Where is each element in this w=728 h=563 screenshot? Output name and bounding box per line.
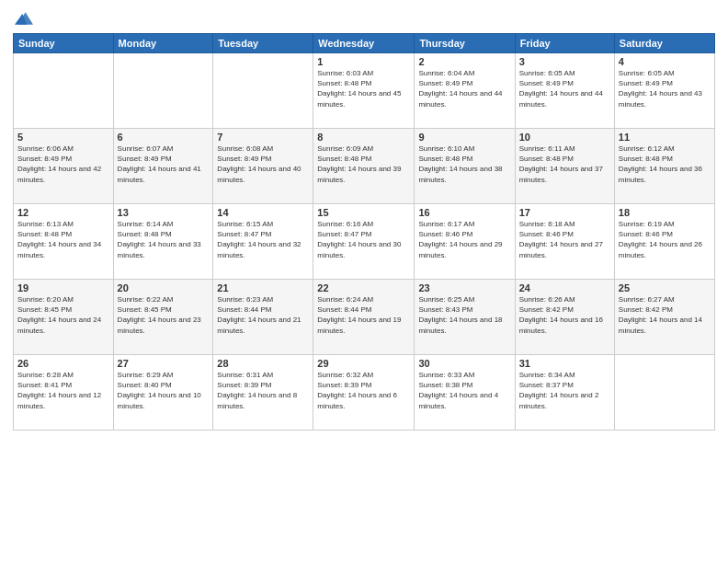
calendar-cell: 16Sunrise: 6:17 AMSunset: 8:46 PMDayligh… (415, 204, 515, 280)
day-number: 28 (217, 358, 309, 369)
calendar-cell: 7Sunrise: 6:08 AMSunset: 8:49 PMDaylight… (213, 129, 313, 204)
day-number: 18 (619, 207, 711, 218)
day-info: Sunrise: 6:25 AMSunset: 8:43 PMDaylight:… (418, 295, 502, 335)
calendar-cell: 17Sunrise: 6:18 AMSunset: 8:46 PMDayligh… (515, 204, 614, 280)
day-info: Sunrise: 6:29 AMSunset: 8:40 PMDaylight:… (118, 371, 201, 410)
calendar-cell: 24Sunrise: 6:26 AMSunset: 8:42 PMDayligh… (515, 280, 614, 355)
day-number: 14 (217, 207, 309, 218)
calendar-cell: 6Sunrise: 6:07 AMSunset: 8:49 PMDaylight… (113, 129, 213, 204)
day-info: Sunrise: 6:08 AMSunset: 8:49 PMDaylight:… (217, 144, 301, 184)
calendar-cell: 28Sunrise: 6:31 AMSunset: 8:39 PMDayligh… (213, 355, 313, 431)
day-number: 13 (118, 207, 210, 218)
day-info: Sunrise: 6:06 AMSunset: 8:49 PMDaylight:… (17, 144, 101, 184)
calendar-week-row: 19Sunrise: 6:20 AMSunset: 8:45 PMDayligh… (14, 280, 715, 355)
day-info: Sunrise: 6:03 AMSunset: 8:48 PMDaylight:… (317, 69, 401, 109)
day-info: Sunrise: 6:23 AMSunset: 8:44 PMDaylight:… (217, 295, 301, 335)
calendar-cell: 5Sunrise: 6:06 AMSunset: 8:49 PMDaylight… (14, 129, 114, 204)
day-info: Sunrise: 6:26 AMSunset: 8:42 PMDaylight:… (519, 295, 603, 335)
day-info: Sunrise: 6:32 AMSunset: 8:39 PMDaylight:… (317, 371, 397, 410)
day-info: Sunrise: 6:24 AMSunset: 8:44 PMDaylight:… (317, 295, 401, 335)
weekday-header: Friday (515, 34, 614, 53)
day-info: Sunrise: 6:11 AMSunset: 8:48 PMDaylight:… (519, 144, 603, 184)
calendar: SundayMondayTuesdayWednesdayThursdayFrid… (13, 33, 715, 431)
day-number: 30 (418, 358, 510, 369)
day-number: 9 (418, 132, 510, 143)
day-number: 12 (17, 207, 109, 218)
day-number: 1 (317, 56, 410, 67)
calendar-cell: 1Sunrise: 6:03 AMSunset: 8:48 PMDaylight… (313, 53, 415, 129)
day-info: Sunrise: 6:27 AMSunset: 8:42 PMDaylight:… (619, 295, 702, 335)
day-info: Sunrise: 6:22 AMSunset: 8:45 PMDaylight:… (118, 295, 201, 335)
day-info: Sunrise: 6:19 AMSunset: 8:46 PMDaylight:… (619, 220, 702, 259)
calendar-cell: 11Sunrise: 6:12 AMSunset: 8:48 PMDayligh… (614, 129, 714, 204)
calendar-cell: 4Sunrise: 6:05 AMSunset: 8:49 PMDaylight… (614, 53, 714, 129)
calendar-cell (14, 53, 114, 129)
calendar-cell: 26Sunrise: 6:28 AMSunset: 8:41 PMDayligh… (14, 355, 114, 431)
calendar-cell: 22Sunrise: 6:24 AMSunset: 8:44 PMDayligh… (313, 280, 415, 355)
calendar-cell: 31Sunrise: 6:34 AMSunset: 8:37 PMDayligh… (515, 355, 614, 431)
day-info: Sunrise: 6:33 AMSunset: 8:38 PMDaylight:… (418, 371, 498, 410)
calendar-cell: 25Sunrise: 6:27 AMSunset: 8:42 PMDayligh… (614, 280, 714, 355)
day-number: 2 (418, 56, 510, 67)
calendar-cell (614, 355, 714, 431)
calendar-week-row: 26Sunrise: 6:28 AMSunset: 8:41 PMDayligh… (14, 355, 715, 431)
day-info: Sunrise: 6:16 AMSunset: 8:47 PMDaylight:… (317, 220, 401, 259)
weekday-header: Wednesday (313, 34, 415, 53)
calendar-cell: 2Sunrise: 6:04 AMSunset: 8:49 PMDaylight… (415, 53, 515, 129)
page: SundayMondayTuesdayWednesdayThursdayFrid… (0, 0, 728, 563)
day-number: 6 (118, 132, 210, 143)
logo-icon (15, 9, 33, 28)
day-number: 26 (17, 358, 109, 369)
day-info: Sunrise: 6:07 AMSunset: 8:49 PMDaylight:… (118, 144, 201, 184)
day-number: 25 (619, 282, 711, 293)
calendar-cell: 12Sunrise: 6:13 AMSunset: 8:48 PMDayligh… (14, 204, 114, 280)
day-info: Sunrise: 6:12 AMSunset: 8:48 PMDaylight:… (619, 144, 702, 184)
day-info: Sunrise: 6:34 AMSunset: 8:37 PMDaylight:… (519, 371, 599, 410)
calendar-cell: 10Sunrise: 6:11 AMSunset: 8:48 PMDayligh… (515, 129, 614, 204)
day-number: 8 (317, 132, 410, 143)
day-number: 29 (317, 358, 410, 369)
day-info: Sunrise: 6:13 AMSunset: 8:48 PMDaylight:… (17, 220, 101, 259)
day-number: 17 (519, 207, 610, 218)
day-info: Sunrise: 6:05 AMSunset: 8:49 PMDaylight:… (619, 69, 702, 109)
calendar-cell: 19Sunrise: 6:20 AMSunset: 8:45 PMDayligh… (14, 280, 114, 355)
day-info: Sunrise: 6:15 AMSunset: 8:47 PMDaylight:… (217, 220, 301, 259)
day-info: Sunrise: 6:20 AMSunset: 8:45 PMDaylight:… (17, 295, 101, 335)
calendar-cell (213, 53, 313, 129)
weekday-header: Monday (113, 34, 213, 53)
weekday-header-row: SundayMondayTuesdayWednesdayThursdayFrid… (14, 34, 715, 53)
day-number: 3 (519, 56, 610, 67)
day-number: 20 (118, 282, 210, 293)
day-number: 16 (418, 207, 510, 218)
day-info: Sunrise: 6:14 AMSunset: 8:48 PMDaylight:… (118, 220, 201, 259)
day-number: 4 (619, 56, 711, 67)
day-number: 15 (317, 207, 410, 218)
calendar-cell (113, 53, 213, 129)
calendar-week-row: 1Sunrise: 6:03 AMSunset: 8:48 PMDaylight… (14, 53, 715, 129)
header (13, 9, 715, 28)
calendar-cell: 13Sunrise: 6:14 AMSunset: 8:48 PMDayligh… (113, 204, 213, 280)
weekday-header: Tuesday (213, 34, 313, 53)
calendar-cell: 23Sunrise: 6:25 AMSunset: 8:43 PMDayligh… (415, 280, 515, 355)
day-number: 5 (17, 132, 109, 143)
day-info: Sunrise: 6:10 AMSunset: 8:48 PMDaylight:… (418, 144, 502, 184)
day-info: Sunrise: 6:18 AMSunset: 8:46 PMDaylight:… (519, 220, 603, 259)
calendar-cell: 3Sunrise: 6:05 AMSunset: 8:49 PMDaylight… (515, 53, 614, 129)
day-number: 27 (118, 358, 210, 369)
day-number: 22 (317, 282, 410, 293)
calendar-cell: 27Sunrise: 6:29 AMSunset: 8:40 PMDayligh… (113, 355, 213, 431)
calendar-cell: 8Sunrise: 6:09 AMSunset: 8:48 PMDaylight… (313, 129, 415, 204)
calendar-week-row: 5Sunrise: 6:06 AMSunset: 8:49 PMDaylight… (14, 129, 715, 204)
day-number: 10 (519, 132, 610, 143)
day-info: Sunrise: 6:17 AMSunset: 8:46 PMDaylight:… (418, 220, 502, 259)
logo (13, 9, 33, 28)
weekday-header: Thursday (415, 34, 515, 53)
calendar-cell: 15Sunrise: 6:16 AMSunset: 8:47 PMDayligh… (313, 204, 415, 280)
day-info: Sunrise: 6:28 AMSunset: 8:41 PMDaylight:… (17, 371, 101, 410)
day-number: 11 (619, 132, 711, 143)
calendar-cell: 21Sunrise: 6:23 AMSunset: 8:44 PMDayligh… (213, 280, 313, 355)
calendar-cell: 14Sunrise: 6:15 AMSunset: 8:47 PMDayligh… (213, 204, 313, 280)
day-number: 31 (519, 358, 610, 369)
calendar-cell: 29Sunrise: 6:32 AMSunset: 8:39 PMDayligh… (313, 355, 415, 431)
day-number: 19 (17, 282, 109, 293)
